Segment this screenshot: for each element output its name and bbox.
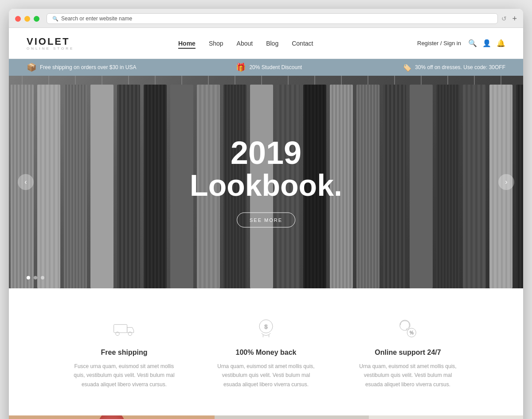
hero-title-main: Lookbook. — [190, 169, 342, 202]
teaser-person-image — [9, 415, 215, 419]
search-icon[interactable]: 🔍 — [468, 39, 477, 47]
nav-auth-link[interactable]: Register / Sign in — [417, 40, 461, 47]
address-bar-search-icon: 🔍 — [52, 16, 59, 22]
address-bar[interactable]: 🔍 Search or enter website name — [47, 13, 498, 24]
truck-svg — [113, 317, 135, 339]
hero-dot-1[interactable] — [27, 276, 30, 279]
new-tab-button[interactable]: + — [512, 15, 517, 23]
nav-home[interactable]: Home — [178, 40, 196, 47]
promo-item-sale: 🏷️ 30% off on dresses. Use code: 30OFF — [402, 62, 505, 72]
feature-shipping: Free shipping Fusce urna quam, euismod s… — [71, 315, 177, 389]
feature-money: $ 100% Money back Urna quam, euismod sit… — [213, 315, 319, 389]
hero-slider: 2019 Lookbook. SEE MORE ‹ › — [9, 76, 523, 288]
svg-point-5 — [400, 320, 410, 330]
nav-shop[interactable]: Shop — [209, 40, 223, 47]
svg-rect-0 — [114, 325, 127, 333]
support-svg: % — [397, 317, 419, 339]
student-icon: 🎁 — [236, 62, 246, 72]
nav-contact[interactable]: Contact — [292, 40, 313, 47]
promo-text-student: 20% Student Discount — [249, 64, 302, 70]
logo-name: VIOLET — [27, 36, 74, 47]
promo-bar: 📦 Free shipping on orders over $30 in US… — [9, 59, 523, 76]
teaser-left — [9, 415, 215, 419]
hero-dot-2[interactable] — [34, 276, 37, 279]
browser-window: 🔍 Search or enter website name ↺ + VIOLE… — [9, 9, 523, 419]
sale-icon: 🏷️ — [402, 62, 411, 72]
hero-next-button[interactable]: › — [498, 174, 514, 190]
hero-dot-3[interactable] — [41, 276, 44, 279]
promo-item-shipping: 📦 Free shipping on orders over $30 in US… — [27, 62, 136, 72]
promo-text-shipping: Free shipping on orders over $30 in USA — [40, 64, 136, 70]
nav-about[interactable]: About — [237, 40, 253, 47]
svg-text:%: % — [410, 330, 414, 335]
account-icon[interactable]: 👤 — [482, 39, 491, 47]
nav-right: Register / Sign in 🔍 👤 🔔 — [417, 39, 505, 47]
promo-item-student: 🎁 20% Student Discount — [236, 62, 302, 72]
feature-shipping-title: Free shipping — [71, 349, 177, 357]
cart-icon[interactable]: 🔔 — [497, 39, 505, 47]
nav-icons: 🔍 👤 🔔 — [468, 39, 505, 47]
shipping-icon: 📦 — [27, 62, 36, 72]
hero-see-more-button[interactable]: SEE MORE — [237, 212, 295, 227]
feature-support: % Online support 24/7 Urna quam, euismod… — [355, 315, 461, 389]
nav-blog[interactable]: Blog — [266, 40, 278, 47]
browser-close-btn[interactable] — [15, 16, 21, 22]
bottom-teaser — [9, 415, 523, 419]
navbar: VIOLET ONLINE STORE Home Shop About Blog… — [9, 28, 523, 59]
svg-text:$: $ — [264, 323, 268, 330]
teaser-right — [369, 415, 523, 419]
hero-content: 2019 Lookbook. SEE MORE — [190, 137, 342, 228]
feature-support-title: Online support 24/7 — [355, 349, 461, 357]
hero-title-year: 2019 — [190, 137, 342, 169]
browser-maximize-btn[interactable] — [34, 16, 39, 22]
feature-support-desc: Urna quam, euismod sit amet mollis quis,… — [355, 362, 461, 389]
browser-controls: 🔍 Search or enter website name ↺ + — [15, 13, 517, 24]
nav-links: Home Shop About Blog Contact — [178, 40, 313, 47]
address-bar-text: Search or enter website name — [61, 16, 132, 22]
feature-money-desc: Urna quam, euismod sit amet mollis quis,… — [213, 362, 319, 389]
feature-shipping-icon — [71, 315, 177, 341]
feature-money-title: 100% Money back — [213, 349, 319, 357]
promo-text-sale: 30% off on dresses. Use code: 30OFF — [415, 64, 505, 70]
logo-area: VIOLET ONLINE STORE — [27, 36, 74, 50]
feature-support-icon: % — [355, 315, 461, 341]
teaser-mid — [215, 415, 369, 419]
reload-button[interactable]: ↺ — [501, 15, 507, 22]
hero-prev-button[interactable]: ‹ — [18, 174, 34, 190]
feature-money-icon: $ — [213, 315, 319, 341]
browser-minimize-btn[interactable] — [24, 16, 30, 22]
website-content: VIOLET ONLINE STORE Home Shop About Blog… — [9, 28, 523, 419]
features-section: Free shipping Fusce urna quam, euismod s… — [9, 288, 523, 415]
logo-subtitle: ONLINE STORE — [27, 47, 74, 50]
feature-shipping-desc: Fusce urna quam, euismod sit amet mollis… — [71, 362, 177, 389]
browser-chrome: 🔍 Search or enter website name ↺ + — [9, 9, 523, 28]
money-svg: $ — [255, 317, 277, 339]
hero-dots — [27, 276, 44, 279]
